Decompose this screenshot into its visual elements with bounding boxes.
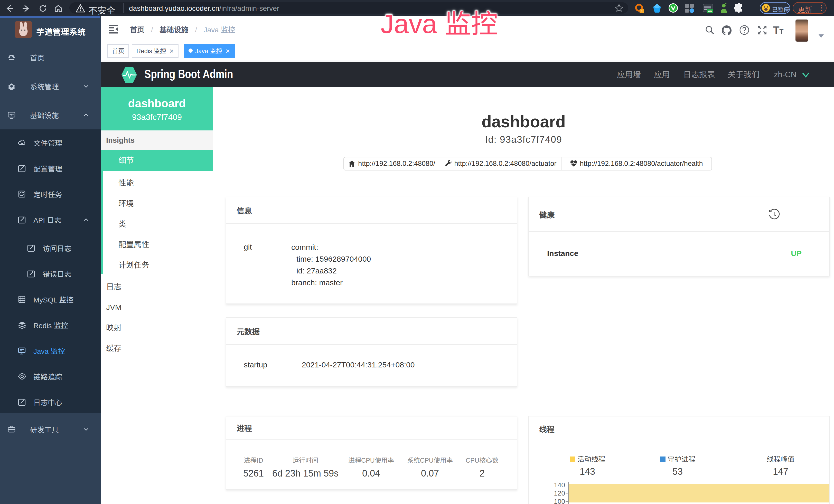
svg-text:on: on	[708, 9, 712, 13]
svg-text:1: 1	[641, 9, 643, 13]
